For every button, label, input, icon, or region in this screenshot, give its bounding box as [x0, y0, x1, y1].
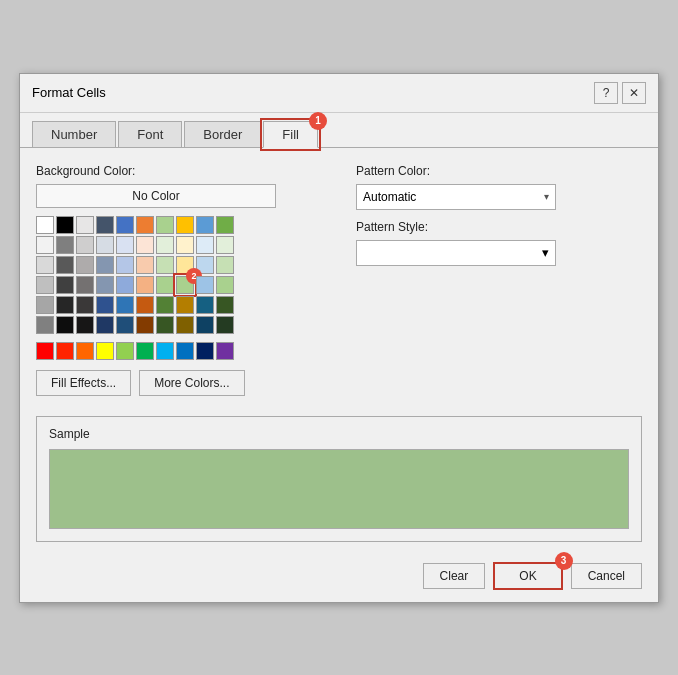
color-cell[interactable] — [216, 256, 234, 274]
color-cell[interactable] — [196, 342, 214, 360]
color-cell[interactable] — [96, 316, 114, 334]
color-cell[interactable] — [176, 216, 194, 234]
color-cell[interactable] — [136, 276, 154, 294]
color-cell[interactable] — [136, 342, 154, 360]
title-bar-buttons: ? ✕ — [594, 82, 646, 104]
background-color-label: Background Color: — [36, 164, 336, 178]
format-cells-dialog: Format Cells ? ✕ Number Font Border Fill… — [19, 73, 659, 603]
color-cell[interactable] — [196, 316, 214, 334]
color-cell[interactable] — [56, 216, 74, 234]
color-cell[interactable] — [76, 296, 94, 314]
color-cell[interactable] — [56, 276, 74, 294]
color-cell[interactable] — [76, 316, 94, 334]
color-cell[interactable] — [156, 296, 174, 314]
color-cell[interactable] — [76, 236, 94, 254]
color-cell[interactable] — [176, 316, 194, 334]
pattern-style-select[interactable]: ▾ — [356, 240, 556, 266]
color-cell[interactable] — [56, 256, 74, 274]
pattern-color-label: Pattern Color: — [356, 164, 642, 178]
color-cell[interactable] — [176, 236, 194, 254]
ok-button[interactable]: OK — [493, 562, 562, 590]
cancel-button[interactable]: Cancel — [571, 563, 642, 589]
color-cell[interactable] — [156, 276, 174, 294]
color-cell[interactable] — [36, 296, 54, 314]
color-cell[interactable] — [36, 342, 54, 360]
color-cell[interactable] — [196, 296, 214, 314]
color-cell[interactable] — [96, 216, 114, 234]
color-cell[interactable] — [196, 216, 214, 234]
color-cell[interactable] — [216, 316, 234, 334]
color-cell[interactable] — [96, 296, 114, 314]
clear-button[interactable]: Clear — [423, 563, 486, 589]
tab-fill-badge: 1 — [309, 112, 327, 130]
color-cell[interactable] — [56, 296, 74, 314]
sample-box — [49, 449, 629, 529]
color-cell[interactable] — [136, 236, 154, 254]
ok-badge: 3 — [555, 552, 573, 570]
color-cell[interactable] — [116, 256, 134, 274]
color-cell[interactable] — [96, 342, 114, 360]
sample-label: Sample — [49, 427, 629, 441]
color-cell[interactable] — [216, 296, 234, 314]
pattern-color-dropdown-arrow: ▾ — [544, 191, 549, 202]
color-cell[interactable] — [116, 316, 134, 334]
color-cell[interactable] — [56, 236, 74, 254]
color-cell[interactable] — [76, 342, 94, 360]
color-cell-selected[interactable]: 2 — [176, 276, 194, 294]
color-cell[interactable] — [56, 316, 74, 334]
color-cell[interactable] — [176, 342, 194, 360]
color-cell[interactable] — [156, 316, 174, 334]
no-color-button[interactable]: No Color — [36, 184, 276, 208]
color-cell[interactable] — [136, 256, 154, 274]
ok-button-wrapper: OK 3 — [493, 562, 562, 590]
dialog-title: Format Cells — [32, 85, 106, 100]
color-cell[interactable] — [96, 236, 114, 254]
color-cell[interactable] — [156, 216, 174, 234]
color-cell[interactable] — [156, 256, 174, 274]
color-cell[interactable] — [136, 296, 154, 314]
tab-number[interactable]: Number — [32, 121, 116, 147]
pattern-style-label: Pattern Style: — [356, 220, 642, 234]
pattern-color-select[interactable]: Automatic ▾ — [356, 184, 556, 210]
close-button[interactable]: ✕ — [622, 82, 646, 104]
color-row-standard — [36, 342, 336, 360]
fill-effects-button[interactable]: Fill Effects... — [36, 370, 131, 396]
tab-font[interactable]: Font — [118, 121, 182, 147]
color-cell[interactable] — [116, 216, 134, 234]
color-cell[interactable] — [136, 216, 154, 234]
color-cell[interactable] — [156, 342, 174, 360]
color-row-6 — [36, 316, 336, 334]
color-cell[interactable] — [216, 216, 234, 234]
color-cell[interactable] — [76, 256, 94, 274]
color-cell[interactable] — [196, 236, 214, 254]
color-cell[interactable] — [216, 236, 234, 254]
color-cell[interactable] — [56, 342, 74, 360]
color-cell[interactable] — [116, 276, 134, 294]
color-cell[interactable] — [196, 276, 214, 294]
color-grid: 2 — [36, 216, 336, 360]
color-cell[interactable] — [216, 276, 234, 294]
color-cell[interactable] — [216, 342, 234, 360]
color-cell[interactable] — [76, 216, 94, 234]
color-cell[interactable] — [136, 316, 154, 334]
color-cell[interactable] — [36, 316, 54, 334]
color-cell[interactable] — [36, 236, 54, 254]
color-cell[interactable] — [116, 296, 134, 314]
color-cell[interactable] — [76, 276, 94, 294]
color-cell[interactable] — [116, 342, 134, 360]
color-cell[interactable] — [96, 256, 114, 274]
help-button[interactable]: ? — [594, 82, 618, 104]
color-cell[interactable] — [96, 276, 114, 294]
tab-fill[interactable]: Fill 1 — [263, 121, 318, 148]
tab-border[interactable]: Border — [184, 121, 261, 147]
color-cell[interactable] — [36, 276, 54, 294]
color-cell[interactable] — [156, 236, 174, 254]
more-colors-button[interactable]: More Colors... — [139, 370, 244, 396]
dialog-footer: Clear OK 3 Cancel — [20, 554, 658, 602]
color-cell[interactable] — [36, 256, 54, 274]
right-column: Pattern Color: Automatic ▾ Pattern Style… — [356, 164, 642, 396]
color-cell[interactable] — [176, 296, 194, 314]
color-cell[interactable] — [116, 236, 134, 254]
color-cell[interactable] — [36, 216, 54, 234]
color-row-2 — [36, 236, 336, 254]
